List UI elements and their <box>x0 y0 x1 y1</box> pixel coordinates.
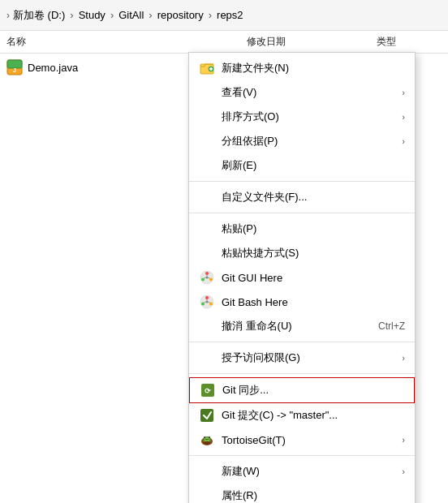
svg-point-31 <box>209 436 210 438</box>
sort-icon <box>199 109 215 125</box>
new-icon <box>199 463 215 479</box>
menu-item-git-commit[interactable]: Git 提交(C) -> "master"... <box>189 403 415 428</box>
view-arrow-icon: › <box>402 88 405 97</box>
git-gui-icon <box>199 269 215 286</box>
sort-arrow-icon: › <box>402 112 405 122</box>
new-arrow-icon: › <box>402 466 405 476</box>
menu-item-undo-rename[interactable]: 撤消 重命名(U) Ctrl+Z <box>189 314 415 338</box>
menu-item-sort[interactable]: 排序方式(O) › <box>189 105 415 129</box>
tortoisegit-icon <box>199 432 215 448</box>
svg-point-8 <box>205 272 209 275</box>
col-header-name: 名称 <box>6 35 247 49</box>
menu-label-permissions: 授予访问权限(G) <box>222 350 395 365</box>
svg-rect-25 <box>200 409 213 422</box>
menu-item-new[interactable]: 新建(W) › <box>189 459 415 484</box>
divider-4 <box>189 373 415 374</box>
col-header-type: 类型 <box>377 35 442 49</box>
properties-icon <box>199 488 215 503</box>
new-folder-icon <box>199 60 215 76</box>
menu-item-group[interactable]: 分组依据(P) › <box>189 129 415 153</box>
divider-5 <box>189 455 415 456</box>
menu-item-tortoisegit[interactable]: TortoiseGit(T) › <box>189 428 415 452</box>
group-arrow-icon: › <box>402 136 405 146</box>
menu-label-new: 新建(W) <box>222 464 395 479</box>
permissions-arrow-icon: › <box>402 353 405 363</box>
svg-text:J: J <box>13 67 16 73</box>
svg-point-29 <box>204 441 210 445</box>
menu-label-undo-rename: 撤消 重命名(U) <box>222 319 372 333</box>
explorer-window: › 新加卷 (D:) › Study › GitAll › repository… <box>0 0 448 503</box>
paste-shortcut-icon <box>199 245 215 261</box>
breadcrumb-repository[interactable]: repository <box>157 9 204 21</box>
breadcrumb-drive[interactable]: 新加卷 (D:) <box>13 8 65 23</box>
menu-item-git-bash[interactable]: Git Bash Here <box>189 290 415 314</box>
menu-item-git-gui[interactable]: Git GUI Here <box>189 265 415 290</box>
menu-label-tortoisegit: TortoiseGit(T) <box>222 434 395 446</box>
customize-icon <box>199 189 215 205</box>
git-commit-icon <box>199 407 215 423</box>
divider-3 <box>189 342 415 342</box>
menu-item-permissions[interactable]: 授予访问权限(G) › <box>189 346 415 370</box>
svg-point-17 <box>201 303 205 306</box>
svg-point-19 <box>206 301 209 303</box>
menu-item-view[interactable]: 查看(V) › <box>189 80 415 105</box>
menu-item-new-folder[interactable]: 新建文件夹(N) <box>189 56 415 80</box>
divider-1 <box>189 181 415 182</box>
file-icon-java: J <box>6 59 23 75</box>
breadcrumb-arrow: › <box>6 10 10 21</box>
file-name-demo: Demo.java <box>28 62 78 74</box>
tortoisegit-arrow-icon: › <box>402 435 405 445</box>
menu-item-properties[interactable]: 属性(R) <box>189 484 415 503</box>
view-icon <box>199 84 215 101</box>
menu-label-git-gui: Git GUI Here <box>222 272 405 284</box>
menu-label-properties: 属性(R) <box>222 488 405 503</box>
menu-label-refresh: 刷新(E) <box>222 158 405 173</box>
refresh-icon <box>199 157 215 174</box>
menu-label-git-bash: Git Bash Here <box>222 296 405 308</box>
context-menu: 新建文件夹(N) 查看(V) › 排序方式(O) › 分组依据(P) › 刷新(… <box>188 52 416 503</box>
breadcrumb-study[interactable]: Study <box>79 9 106 21</box>
git-sync-icon: ⟳ <box>200 382 216 398</box>
svg-point-30 <box>204 436 205 438</box>
menu-label-new-folder: 新建文件夹(N) <box>222 61 405 75</box>
col-header-date: 修改日期 <box>247 35 377 49</box>
menu-label-paste-shortcut: 粘贴快捷方式(S) <box>222 246 405 260</box>
menu-label-group: 分组依据(P) <box>222 134 395 148</box>
group-icon <box>199 133 215 149</box>
menu-label-git-commit: Git 提交(C) -> "master"... <box>222 408 405 423</box>
menu-label-sort: 排序方式(O) <box>222 110 395 124</box>
column-headers: 名称 修改日期 类型 <box>0 31 448 54</box>
undo-rename-icon <box>199 318 215 334</box>
menu-label-view: 查看(V) <box>222 85 395 100</box>
breadcrumb-reps2[interactable]: reps2 <box>217 9 243 21</box>
menu-item-paste-shortcut[interactable]: 粘贴快捷方式(S) <box>189 241 415 265</box>
breadcrumb-gitall[interactable]: GitAll <box>118 9 144 21</box>
svg-text:⟳: ⟳ <box>205 387 211 395</box>
menu-label-git-sync: Git 同步... <box>222 383 404 398</box>
svg-point-18 <box>209 303 213 306</box>
svg-point-16 <box>205 296 209 299</box>
svg-point-10 <box>209 278 213 282</box>
permissions-icon <box>199 350 215 366</box>
menu-item-customize[interactable]: 自定义文件夹(F)... <box>189 185 415 209</box>
menu-item-paste[interactable]: 粘贴(P) <box>189 217 415 241</box>
git-bash-icon <box>199 294 215 310</box>
menu-label-customize: 自定义文件夹(F)... <box>222 190 405 204</box>
menu-item-git-sync[interactable]: ⟳ Git 同步... <box>189 377 415 403</box>
address-bar: › 新加卷 (D:) › Study › GitAll › repository… <box>0 0 448 31</box>
menu-label-paste: 粘贴(P) <box>222 221 405 236</box>
paste-icon <box>199 221 215 237</box>
undo-rename-shortcut: Ctrl+Z <box>378 320 405 332</box>
menu-item-refresh[interactable]: 刷新(E) <box>189 153 415 178</box>
divider-2 <box>189 213 415 213</box>
svg-point-9 <box>201 278 205 282</box>
svg-point-11 <box>206 277 209 279</box>
